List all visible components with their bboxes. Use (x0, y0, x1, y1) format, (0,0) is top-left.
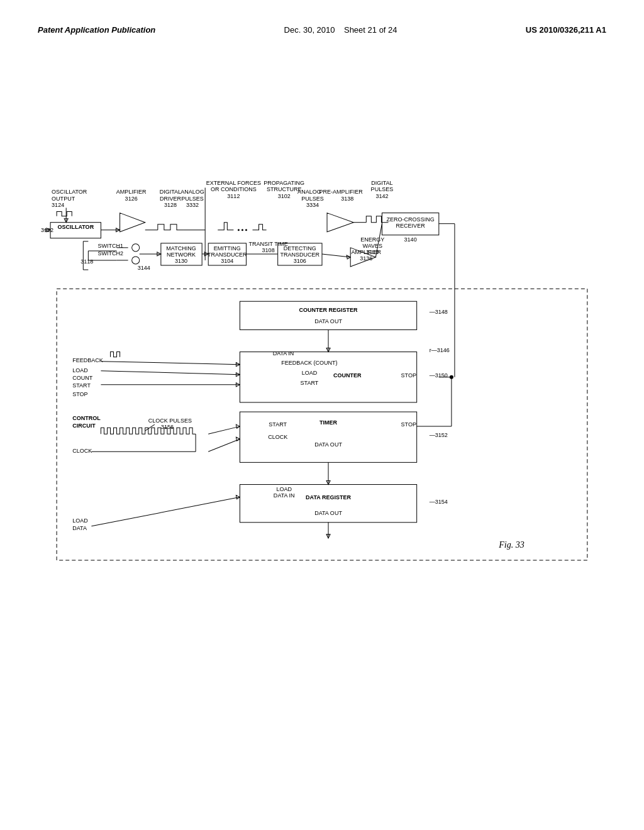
svg-text:PULSES: PULSES (371, 187, 394, 193)
svg-marker-134 (236, 437, 240, 441)
svg-text:OR CONDITIONS: OR CONDITIONS (211, 187, 257, 193)
svg-text:CLOCK PULSES: CLOCK PULSES (148, 418, 192, 424)
svg-text:RECEIVER: RECEIVER (396, 223, 426, 229)
svg-text:3138: 3138 (341, 196, 353, 202)
svg-text:DIGITAL: DIGITAL (160, 189, 181, 196)
svg-text:Fig. 33: Fig. 33 (498, 540, 525, 550)
svg-text:—3152: —3152 (430, 432, 448, 438)
svg-text:OUTPUT: OUTPUT (52, 196, 75, 202)
svg-point-38 (238, 229, 240, 231)
svg-text:ANALOG: ANALOG (180, 189, 204, 196)
svg-text:TRANSIT TIME: TRANSIT TIME (248, 241, 287, 247)
svg-rect-90 (240, 301, 416, 329)
svg-text:DATA IN: DATA IN (273, 350, 294, 357)
svg-text:TRANSDUCER: TRANSDUCER (208, 252, 247, 258)
svg-line-133 (208, 439, 240, 451)
svg-text:3334: 3334 (306, 202, 319, 208)
svg-text:ENERGY: ENERGY (360, 236, 384, 243)
svg-point-57 (132, 257, 140, 264)
svg-line-109 (101, 362, 240, 365)
svg-text:STOP: STOP (401, 372, 416, 379)
svg-marker-41 (327, 213, 353, 232)
svg-text:SWITCH2: SWITCH2 (97, 250, 123, 257)
svg-point-39 (242, 229, 243, 231)
svg-text:—3154: —3154 (430, 499, 448, 505)
svg-text:START: START (301, 380, 319, 386)
svg-text:FEEDBACK (COUNT): FEEDBACK (COUNT) (281, 360, 337, 366)
svg-text:3108: 3108 (262, 247, 275, 253)
svg-text:3130: 3130 (175, 258, 187, 264)
svg-text:LOAD: LOAD (276, 486, 292, 492)
svg-text:FEEDBACK: FEEDBACK (72, 357, 103, 363)
svg-text:PROPAGATING: PROPAGATING (264, 180, 304, 187)
svg-text:DATA IN: DATA IN (274, 492, 295, 499)
svg-text:LOAD: LOAD (302, 370, 318, 376)
svg-text:ANALOG: ANALOG (297, 189, 321, 196)
svg-text:TRANSDUCER: TRANSDUCER (280, 252, 320, 258)
svg-text:NETWORK: NETWORK (167, 252, 196, 258)
svg-text:DATA OUT: DATA OUT (314, 441, 342, 448)
svg-text:DIGITAL: DIGITAL (371, 180, 392, 187)
svg-line-145 (91, 497, 240, 526)
svg-text:MATCHING: MATCHING (166, 245, 196, 252)
page-header: Patent Application Publication Dec. 30, … (38, 25, 606, 35)
svg-text:WAVES: WAVES (363, 243, 383, 249)
svg-text:LOAD: LOAD (72, 367, 88, 374)
svg-text:CONTROL: CONTROL (72, 415, 101, 421)
svg-text:EMITTING: EMITTING (214, 245, 241, 252)
svg-text:TIMER: TIMER (319, 419, 338, 426)
svg-text:START: START (269, 421, 287, 428)
svg-text:3140: 3140 (404, 236, 417, 243)
svg-point-152 (450, 375, 453, 379)
svg-text:ZERO-CROSSING: ZERO-CROSSING (387, 216, 435, 223)
circuit-diagram: OSCILLATOR OSCILLATOR OUTPUT 3124 3122 A… (38, 124, 606, 668)
svg-text:DATA REGISTER: DATA REGISTER (306, 494, 351, 501)
svg-text:COUNT: COUNT (72, 375, 93, 381)
svg-text:r—3146: r—3146 (430, 347, 450, 353)
svg-text:EXTERNAL FORCES: EXTERNAL FORCES (206, 180, 261, 187)
svg-text:CLOCK: CLOCK (72, 448, 92, 454)
svg-text:3128: 3128 (164, 202, 177, 208)
svg-text:DATA OUT: DATA OUT (314, 510, 342, 516)
svg-text:COUNTER: COUNTER (333, 372, 362, 379)
svg-text:STRUCTURE: STRUCTURE (267, 187, 302, 193)
svg-line-135 (208, 426, 240, 434)
publication-date-sheet: Dec. 30, 2010 Sheet 21 of 24 (284, 25, 397, 35)
svg-text:PRE-AMPLIFIER: PRE-AMPLIFIER (319, 189, 364, 196)
svg-text:PULSES: PULSES (181, 196, 204, 202)
svg-text:OSCILLATOR: OSCILLATOR (57, 224, 94, 230)
svg-text:DATA OUT: DATA OUT (314, 318, 342, 324)
svg-text:3112: 3112 (227, 193, 240, 199)
svg-text:3104: 3104 (221, 258, 233, 264)
svg-text:LOAD: LOAD (72, 517, 88, 524)
patent-number: US 2010/0326,211 A1 (526, 25, 606, 35)
svg-line-83 (322, 254, 350, 257)
svg-text:3118: 3118 (80, 258, 93, 265)
svg-text:—3148: —3148 (430, 309, 448, 315)
svg-point-40 (245, 229, 247, 231)
svg-text:START: START (72, 382, 91, 389)
diagram-container: OSCILLATOR OSCILLATOR OUTPUT 3124 3122 A… (38, 88, 606, 704)
svg-text:3142: 3142 (375, 193, 388, 199)
svg-text:3124: 3124 (52, 202, 64, 208)
svg-text:STOP: STOP (401, 421, 416, 428)
svg-text:3102: 3102 (278, 193, 291, 199)
svg-rect-139 (240, 485, 416, 523)
svg-text:STOP: STOP (72, 391, 87, 397)
page: Patent Application Publication Dec. 30, … (0, 0, 644, 830)
svg-text:COUNTER REGISTER: COUNTER REGISTER (299, 307, 358, 313)
svg-text:OSCILLATOR: OSCILLATOR (52, 189, 87, 196)
svg-text:CLOCK: CLOCK (268, 434, 287, 440)
svg-text:DRIVER: DRIVER (160, 196, 182, 202)
publication-label: Patent Application Publication (38, 25, 155, 35)
svg-text:3332: 3332 (186, 202, 199, 208)
svg-text:DATA: DATA (72, 525, 87, 531)
svg-marker-12 (120, 213, 145, 232)
svg-text:3144: 3144 (138, 265, 150, 271)
svg-text:PULSES: PULSES (301, 196, 324, 202)
svg-line-111 (101, 371, 240, 375)
svg-marker-146 (236, 495, 240, 499)
svg-marker-136 (236, 424, 240, 428)
svg-text:3126: 3126 (125, 196, 138, 202)
svg-text:CIRCUIT: CIRCUIT (72, 423, 96, 429)
